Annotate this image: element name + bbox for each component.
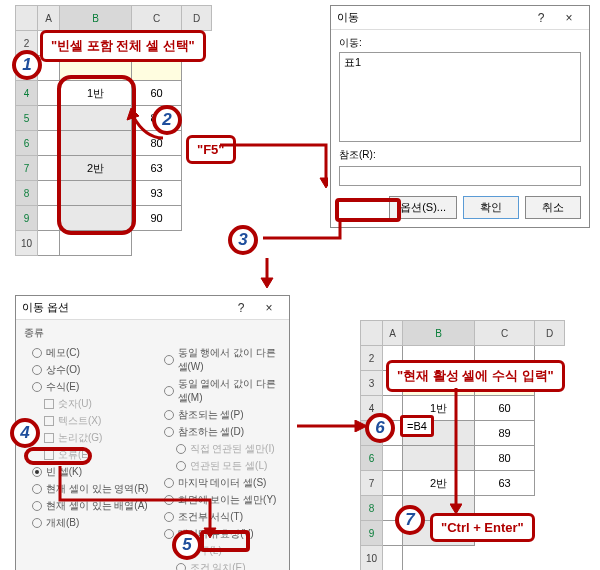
- goto-list-label: 이동:: [339, 36, 581, 50]
- dialog-title: 이동: [337, 10, 527, 25]
- help-button[interactable]: ?: [527, 11, 555, 25]
- step-3: 3: [228, 225, 258, 255]
- arrow-icon: [125, 108, 165, 143]
- step-4: 4: [10, 418, 40, 448]
- col-header[interactable]: B: [60, 6, 132, 31]
- cancel-button[interactable]: 취소: [525, 196, 581, 219]
- goto-list[interactable]: 표1: [339, 52, 581, 142]
- reference-input[interactable]: [339, 166, 581, 186]
- step-7: 7: [395, 505, 425, 535]
- arrow-icon: [255, 218, 345, 288]
- callout-select-all: "빈셀 포함 전체 셀 선택": [40, 30, 206, 62]
- svg-marker-3: [355, 420, 367, 432]
- corner-cell[interactable]: [16, 6, 38, 31]
- group-label: 종류: [24, 326, 281, 340]
- col-header[interactable]: A: [38, 6, 60, 31]
- arrow-icon: [450, 386, 462, 516]
- formula-input[interactable]: =B4: [400, 415, 434, 437]
- close-button[interactable]: ×: [255, 301, 283, 315]
- callout-formula: "현재 활성 셀에 수식 입력": [386, 360, 565, 392]
- svg-marker-2: [204, 528, 216, 538]
- dialog-title: 이동 옵션: [22, 300, 227, 315]
- callout-ctrl-enter: "Ctrl + Enter": [430, 513, 535, 542]
- col-header[interactable]: C: [132, 6, 182, 31]
- reference-label: 참조(R):: [339, 148, 581, 162]
- special-button[interactable]: 옵션(S)...: [389, 196, 457, 219]
- help-button[interactable]: ?: [227, 301, 255, 315]
- col-header[interactable]: D: [182, 6, 212, 31]
- svg-marker-5: [127, 108, 139, 120]
- goto-dialog: 이동 ? × 이동: 표1 참조(R): 옵션(S)... 확인 취소: [330, 5, 590, 228]
- arrow-icon: [218, 140, 328, 190]
- arrow-icon: [30, 460, 230, 540]
- ok-button[interactable]: 확인: [463, 196, 519, 219]
- close-button[interactable]: ×: [555, 11, 583, 25]
- svg-marker-0: [320, 178, 328, 188]
- svg-marker-1: [261, 278, 273, 288]
- step-1: 1: [12, 50, 42, 80]
- arrow-icon: [295, 420, 370, 432]
- svg-marker-4: [450, 504, 462, 514]
